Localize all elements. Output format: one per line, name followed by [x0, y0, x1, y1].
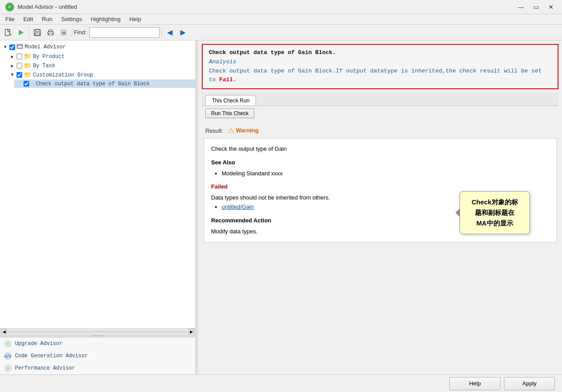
tree-by-product[interactable]: ▶ 📁 By Product: [7, 52, 195, 61]
apply-button[interactable]: Apply: [504, 377, 555, 390]
cg-arrow-icon: ▼: [9, 73, 16, 77]
performance-label: Performance Advisor: [15, 365, 75, 371]
check-info-subtitle: Analysis: [209, 58, 551, 65]
content-area: Check the output type of Gain See Also M…: [204, 138, 557, 243]
by-product-checkbox[interactable]: [16, 54, 23, 59]
performance-advisor-item[interactable]: ⚡ Performance Advisor: [0, 362, 195, 374]
maximize-button[interactable]: ▭: [530, 3, 542, 11]
code-gen-advisor-item[interactable]: </> Code Generation Advisor: [0, 350, 195, 362]
by-task-label: By Task: [33, 63, 55, 69]
check-info-desc-text: Check output data type of Gain Block.If …: [209, 68, 542, 83]
main-layout: ▼ Model Advisor ▶ 📁 By Product ▶ 📁 By Ta…: [0, 40, 562, 374]
root-icon: [17, 43, 23, 51]
by-product-folder-icon: 📁: [24, 53, 31, 60]
left-bottom-panel: ↑ Upgrade Advisor </> Code Generation Ad…: [0, 337, 195, 374]
tooltip-bubble: Check对象的标题和副标题在MA中的显示: [460, 191, 530, 234]
gain-checkbox[interactable]: [23, 81, 30, 87]
scroll-left-button[interactable]: ◀: [1, 329, 7, 335]
tab-this-check-run[interactable]: This Check Run: [205, 95, 256, 105]
tree-check-gain[interactable]: ⚠️ Check output data type of Gain Block: [14, 80, 195, 88]
nav-forward-button[interactable]: ▶: [177, 26, 189, 39]
check-info-fail-word: Fail.: [219, 76, 236, 83]
window-title: Model Advisor - untitled: [18, 4, 77, 10]
title-bar: ✓ Model Advisor - untitled — ▭ ✕: [0, 0, 562, 14]
menu-highlighting[interactable]: Highlighting: [87, 15, 124, 23]
svg-text:✓: ✓: [9, 33, 11, 36]
toolbar: ✓ H Find: ◀ ▶: [0, 25, 562, 40]
root-label: Model Advisor: [25, 44, 66, 50]
cg-label: Customization Group: [33, 72, 93, 78]
tab-area: This Check Run: [202, 93, 558, 106]
tooltip-arrow: [451, 208, 460, 217]
toolbar-print-button[interactable]: [44, 26, 57, 39]
gain-warning-icon: ⚠️: [31, 80, 34, 87]
svg-marker-3: [19, 30, 24, 35]
result-status: Warning: [236, 127, 259, 134]
tooltip-text: Check对象的标题和副标题在MA中的显示: [471, 198, 518, 227]
help-button[interactable]: Help: [449, 377, 500, 390]
window-controls: — ▭ ✕: [515, 3, 557, 11]
app-icon: ✓: [5, 3, 14, 11]
toolbar-run-button[interactable]: [15, 26, 27, 39]
scroll-right-button[interactable]: ▶: [188, 329, 194, 335]
root-arrow-icon: ▼: [2, 45, 9, 50]
scroll-track[interactable]: [8, 330, 187, 334]
root-checkbox[interactable]: [9, 44, 16, 50]
menu-file[interactable]: File: [2, 15, 18, 23]
find-input[interactable]: [89, 27, 160, 38]
check-info-box: Check output data type of Gain Block. An…: [202, 44, 558, 89]
menu-edit[interactable]: Edit: [20, 15, 36, 23]
menu-settings[interactable]: Settings: [58, 15, 85, 23]
menu-run[interactable]: Run: [38, 15, 56, 23]
check-info-title: Check output data type of Gain Block.: [209, 49, 551, 56]
by-product-arrow-icon: ▶: [9, 54, 16, 59]
find-label: Find:: [74, 29, 87, 36]
result-badge: ⚠ Warning: [228, 126, 259, 134]
code-gen-label: Code Generation Advisor: [15, 353, 88, 359]
cg-folder-icon: 📁: [24, 71, 31, 79]
svg-text:⚡: ⚡: [7, 367, 9, 371]
left-panel: ▼ Model Advisor ▶ 📁 By Product ▶ 📁 By Ta…: [0, 40, 196, 374]
gain-label: Check output data type of Gain Block: [36, 81, 150, 87]
tree-root[interactable]: ▼ Model Advisor: [0, 42, 195, 52]
tree-by-task[interactable]: ▶ 📁 By Task: [7, 61, 195, 70]
failed-label: Failed: [211, 182, 549, 192]
svg-rect-6: [35, 33, 40, 35]
upgrade-advisor-icon: ↑: [4, 339, 12, 348]
close-button[interactable]: ✕: [545, 3, 557, 11]
by-task-checkbox[interactable]: [16, 63, 23, 69]
toolbar-new-button[interactable]: ✓: [2, 26, 14, 39]
right-content: Check output data type of Gain Block. An…: [198, 40, 562, 374]
by-product-label: By Product: [33, 54, 65, 60]
cg-checkbox[interactable]: [16, 72, 23, 78]
menu-help[interactable]: Help: [126, 15, 145, 23]
by-task-arrow-icon: ▶: [9, 63, 16, 69]
see-also-label: See Also: [211, 158, 549, 167]
toolbar-save-button[interactable]: [31, 26, 44, 39]
bottom-bar: Help Apply: [0, 374, 562, 392]
tree-customization-group[interactable]: ▼ 📁 Customization Group: [7, 70, 195, 80]
see-also-list: Modeling Standard xxxx: [211, 169, 549, 178]
tree-area: ▼ Model Advisor ▶ 📁 By Product ▶ 📁 By Ta…: [0, 40, 195, 328]
nav-back-button[interactable]: ◀: [164, 26, 176, 39]
menu-bar: File Edit Run Settings Highlighting Help: [0, 14, 562, 25]
svg-rect-8: [49, 33, 52, 35]
upgrade-advisor-label: Upgrade Advisor: [15, 341, 62, 347]
result-label: Result:: [205, 127, 223, 134]
code-gen-icon: </>: [4, 352, 12, 360]
run-check-container: Run This Check: [202, 106, 558, 124]
content-title: Check the output type of Gain: [211, 145, 549, 154]
svg-text:↑: ↑: [7, 342, 9, 347]
run-this-check-button[interactable]: Run This Check: [205, 109, 254, 118]
upgrade-advisor-item[interactable]: ↑ Upgrade Advisor: [0, 338, 195, 350]
failed-link-anchor[interactable]: untitled/Gain: [222, 203, 254, 210]
toolbar-highlight-button[interactable]: H: [58, 26, 70, 39]
minimize-button[interactable]: —: [515, 3, 527, 11]
svg-rect-12: [17, 45, 22, 48]
by-task-folder-icon: 📁: [24, 62, 31, 69]
result-warning-icon: ⚠: [228, 126, 234, 134]
check-info-desc: Check output data type of Gain Block.If …: [209, 67, 551, 84]
right-panel: Check output data type of Gain Block. An…: [198, 40, 562, 374]
svg-text:</>: </>: [4, 355, 11, 359]
svg-text:H: H: [62, 31, 66, 35]
